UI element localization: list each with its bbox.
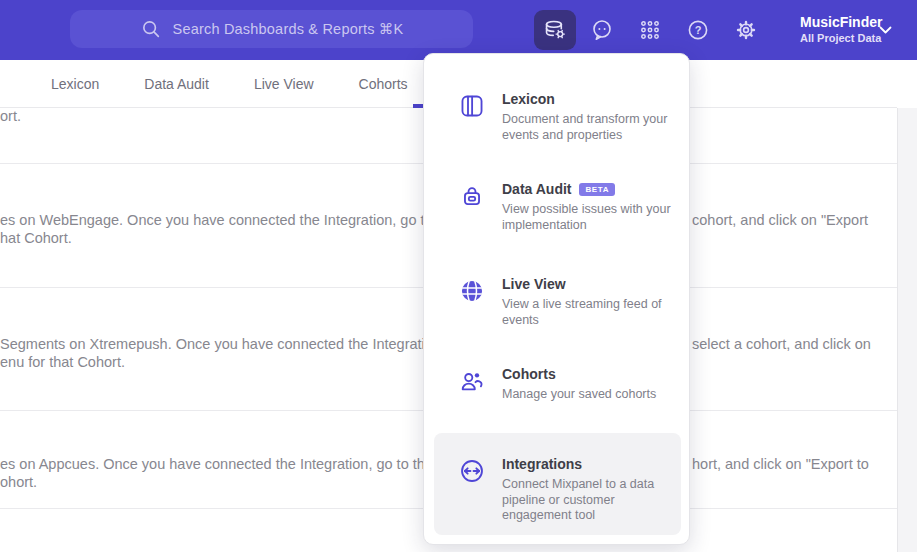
- page-text-fragment: es on WebEngage. Once you have connected…: [0, 211, 457, 229]
- beta-badge: BETA: [579, 183, 615, 196]
- search-icon: [140, 18, 162, 40]
- scrollbar[interactable]: [897, 108, 917, 552]
- page-text-fragment: ohort.: [0, 473, 37, 491]
- menu-item-title: Integrations: [502, 456, 582, 473]
- page-text-fragment: select a cohort, and click on: [692, 335, 871, 353]
- page-text-fragment: hat Cohort.: [0, 229, 72, 247]
- menu-item-title: Cohorts: [502, 366, 556, 383]
- settings-gear-icon: [734, 18, 758, 42]
- tab-data-audit[interactable]: Data Audit: [144, 76, 209, 92]
- menu-item-integrations[interactable]: Integrations Connect Mixpanel to a data …: [434, 433, 681, 535]
- menu-item-description: View possible issues with your implement…: [502, 202, 684, 233]
- page-text-fragment: hort, and click on "Export to: [692, 455, 869, 473]
- menu-item-description: Connect Mixpanel to a data pipeline or c…: [502, 477, 681, 524]
- lock-audit-icon: [459, 183, 485, 209]
- project-scope: All Project Data: [800, 31, 882, 45]
- search-placeholder: Search Dashboards & Reports ⌘K: [173, 21, 404, 37]
- menu-item-title: Data Audit: [502, 181, 571, 198]
- apps-grid-button[interactable]: [638, 18, 662, 42]
- menu-item-live-view[interactable]: Live View View a live streaming feed of …: [424, 276, 691, 328]
- globe-icon: [459, 278, 485, 304]
- menu-item-title: Lexicon: [502, 91, 555, 108]
- people-icon: [459, 368, 485, 394]
- menu-item-description: Manage your saved cohorts: [502, 387, 684, 403]
- app-window: Search Dashboards & Reports ⌘K: [0, 0, 917, 552]
- help-button[interactable]: ?: [686, 18, 710, 42]
- data-management-dropdown: Lexicon Document and transform your even…: [423, 53, 690, 545]
- search-bar[interactable]: Search Dashboards & Reports ⌘K: [70, 10, 473, 48]
- data-management-button[interactable]: [534, 10, 576, 50]
- menu-item-lexicon[interactable]: Lexicon Document and transform your even…: [424, 91, 691, 143]
- tab-cohorts[interactable]: Cohorts: [359, 76, 408, 92]
- menu-item-description: View a live streaming feed of events: [502, 297, 684, 328]
- page-text-fragment: cohort, and click on "Export: [692, 211, 868, 229]
- chevron-down-icon[interactable]: [879, 26, 892, 35]
- menu-item-description: Document and transform your events and p…: [502, 112, 684, 143]
- database-gear-icon: [542, 17, 568, 43]
- tab-live-view[interactable]: Live View: [254, 76, 314, 92]
- project-name: MusicFinder: [800, 13, 882, 31]
- page-text-fragment: es on Appcues. Once you have connected t…: [0, 455, 449, 473]
- page-text-fragment: enu for that Cohort.: [0, 353, 125, 371]
- svg-text:?: ?: [695, 24, 702, 36]
- page-text-fragment: Segments on Xtremepush. Once you have co…: [0, 335, 445, 353]
- menu-item-data-audit[interactable]: Data Audit BETA View possible issues wit…: [424, 181, 691, 233]
- sync-arrows-icon: [459, 458, 485, 484]
- page-text-fragment: ort.: [0, 107, 21, 125]
- apps-grid-icon: [638, 18, 662, 42]
- top-navbar: Search Dashboards & Reports ⌘K: [0, 0, 917, 60]
- feedback-button[interactable]: [590, 18, 614, 42]
- settings-button[interactable]: [734, 18, 758, 42]
- menu-item-cohorts[interactable]: Cohorts Manage your saved cohorts: [424, 366, 691, 403]
- feedback-icon: [590, 18, 614, 42]
- menu-item-title: Live View: [502, 276, 566, 293]
- tab-lexicon[interactable]: Lexicon: [51, 76, 99, 92]
- help-icon: ?: [686, 18, 710, 42]
- project-switcher[interactable]: MusicFinder All Project Data: [800, 13, 882, 45]
- book-icon: [459, 93, 485, 119]
